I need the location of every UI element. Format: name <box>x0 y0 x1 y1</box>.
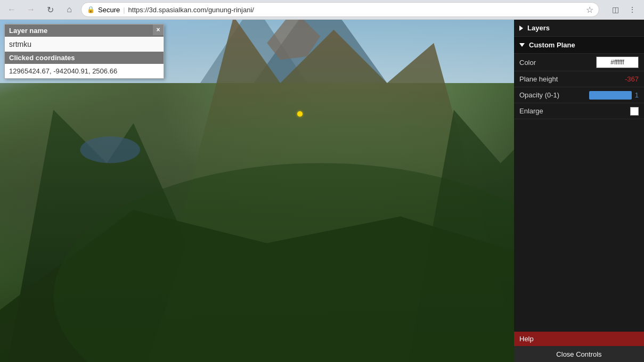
enlarge-label: Enlarge <box>519 107 630 115</box>
right-panel: Layers Custom Plane Color #ffffff Plane … <box>514 20 644 362</box>
forward-button[interactable]: → <box>23 2 38 17</box>
extensions-button[interactable]: ◫ <box>608 2 623 17</box>
clicked-coords-header: Clicked coordinates <box>5 52 164 64</box>
help-row[interactable]: Help <box>514 332 644 346</box>
bookmark-icon[interactable]: ☆ <box>586 5 593 15</box>
info-panel: × Layer name srtmku Clicked coordinates … <box>4 24 164 79</box>
enlarge-value-container <box>630 107 639 116</box>
reload-button[interactable]: ↻ <box>43 2 58 17</box>
help-label: Help <box>519 335 534 343</box>
location-marker <box>297 111 303 117</box>
opacity-value-text: 1 <box>635 91 639 99</box>
layers-chevron-icon <box>519 26 523 31</box>
browser-chrome: ← → ↻ ⌂ 🔒 Secure | https://3d.spasialkan… <box>0 0 644 20</box>
url-text: https://3d.spasialkan.com/gunung-rinjani… <box>128 6 583 14</box>
plane-height-row: Plane height <box>514 71 644 87</box>
layers-row[interactable]: Layers <box>514 20 644 37</box>
plane-height-input[interactable] <box>607 75 639 83</box>
opacity-slider[interactable] <box>589 91 632 100</box>
color-value-container: #ffffff <box>596 56 639 68</box>
color-control-row: Color #ffffff <box>514 54 644 71</box>
layers-label: Layers <box>527 24 550 32</box>
opacity-row: Opacity (0-1) 1 <box>514 87 644 103</box>
color-label: Color <box>519 59 596 67</box>
secure-label: Secure <box>98 6 120 14</box>
close-controls-button[interactable]: Close Controls <box>514 346 644 362</box>
clicked-coords-value: 12965424.67, -942040.91, 2506.66 <box>5 64 164 78</box>
opacity-control-container: 1 <box>589 91 639 100</box>
color-picker[interactable]: #ffffff <box>596 56 639 68</box>
browser-actions: ◫ ⋮ <box>608 2 640 17</box>
layer-name-value: srtmku <box>5 37 164 52</box>
custom-plane-chevron-icon <box>519 43 525 47</box>
plane-height-value-container <box>607 75 639 83</box>
panel-spacer <box>514 119 644 332</box>
info-panel-close-button[interactable]: × <box>153 24 164 35</box>
enlarge-row: Enlarge <box>514 103 644 119</box>
back-button[interactable]: ← <box>4 2 19 17</box>
plane-height-label: Plane height <box>519 75 607 83</box>
custom-plane-label: Custom Plane <box>529 41 575 49</box>
content-area: × Layer name srtmku Clicked coordinates … <box>0 20 644 362</box>
color-value-text: #ffffff <box>610 59 624 66</box>
enlarge-checkbox[interactable] <box>630 107 639 116</box>
secure-icon: 🔒 <box>87 6 95 13</box>
browser-titlebar: ← → ↻ ⌂ 🔒 Secure | https://3d.spasialkan… <box>0 0 644 19</box>
address-bar[interactable]: 🔒 Secure | https://3d.spasialkan.com/gun… <box>81 2 599 17</box>
opacity-bar-fill <box>589 91 632 100</box>
layer-name-header: Layer name <box>5 24 164 37</box>
home-button[interactable]: ⌂ <box>62 2 77 17</box>
opacity-label: Opacity (0-1) <box>519 91 589 99</box>
menu-button[interactable]: ⋮ <box>625 2 640 17</box>
svg-point-9 <box>80 136 140 163</box>
custom-plane-row[interactable]: Custom Plane <box>514 37 644 54</box>
